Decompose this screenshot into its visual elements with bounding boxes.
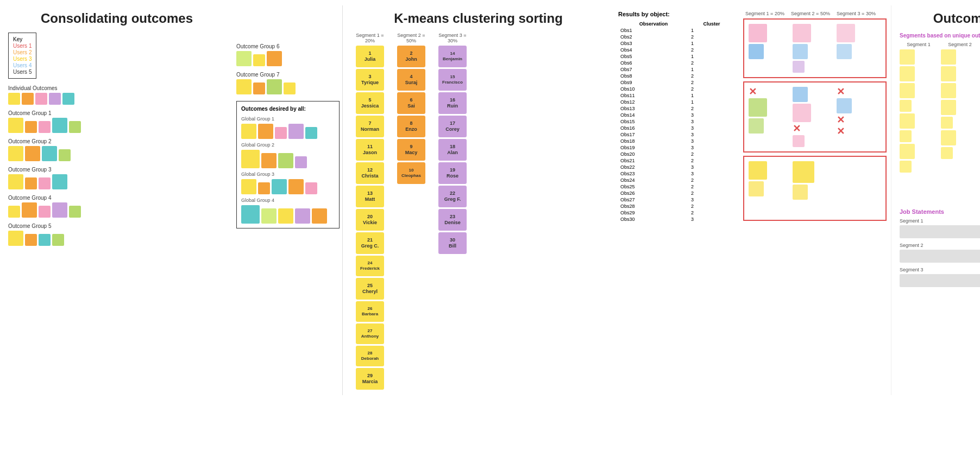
global-group-2-label: Global Group 2 [241, 142, 335, 148]
sticky [267, 79, 282, 94]
person-frederick: 24Frederick [356, 256, 384, 276]
cluster-col-2: Segment 2 = 50% 2John 4Suraj 6Sai 8Enzo … [392, 33, 430, 390]
table-row: Obs102 [618, 86, 734, 92]
table-cell: Obs24 [618, 177, 689, 183]
sticky [241, 179, 256, 194]
sticky [288, 179, 304, 194]
seg2-stickies-box2: ✕ [793, 87, 833, 147]
sticky [278, 153, 293, 168]
sticky [8, 146, 23, 161]
section-results: Results by object: Observation Cluster O… [614, 5, 739, 395]
seg2-label: Segment 2 = 50% [392, 33, 430, 43]
table-cell: Obs14 [618, 112, 689, 118]
sticky [258, 124, 273, 139]
sticky [253, 54, 265, 66]
sticky [793, 161, 814, 183]
global-group-1-label: Global Group 1 [241, 116, 335, 122]
sticky [941, 130, 956, 145]
person-julia: 1Julia [356, 46, 384, 67]
sticky [52, 118, 67, 133]
table-cell: Obs27 [618, 196, 689, 203]
table-cell: Obs8 [618, 73, 689, 79]
table-row: Obs223 [618, 164, 734, 170]
table-cell: Obs19 [618, 144, 689, 151]
table-cell: 1 [689, 53, 734, 60]
sticky [793, 61, 805, 73]
person-matt: 13Matt [356, 186, 384, 207]
table-row: Obs183 [618, 138, 734, 144]
outcome-sticky-cols [900, 49, 980, 200]
sticky [275, 127, 287, 139]
outcome-group-4-label: Outcome Group 4 [8, 195, 225, 201]
table-row: Obs82 [618, 73, 734, 79]
table-cell: Obs1 [618, 27, 689, 34]
x-mark-3: ✕ [837, 87, 845, 97]
table-row: Obs292 [618, 209, 734, 216]
sticky [793, 104, 811, 122]
table-row: Obs252 [618, 183, 734, 190]
sticky [793, 87, 808, 102]
outcome-group-6: Outcome Group 6 [236, 43, 340, 66]
table-row: Obs173 [618, 131, 734, 138]
table-cell: 3 [689, 131, 734, 138]
col-cluster: Cluster [689, 21, 734, 27]
key-label: Key [13, 36, 32, 42]
job-seg2-input[interactable] [900, 250, 980, 263]
person-gregc: 21Greg C. [356, 232, 384, 254]
table-cell: Obs25 [618, 183, 689, 190]
table-cell: 2 [689, 151, 734, 157]
table-cell: 3 [689, 164, 734, 170]
person-deborah: 28Deborah [356, 346, 384, 366]
table-cell: 1 [689, 92, 734, 99]
results-title: Results by object: [618, 11, 734, 17]
table-cell: 2 [689, 105, 734, 112]
outcome-group-7-label: Outcome Group 7 [236, 72, 340, 78]
key-users1: Users 1 [13, 43, 32, 49]
key-box: Key Users 1 Users 2 Users 3 Users 4 User… [8, 33, 36, 79]
col-seg2-label: Segment 2 [941, 42, 979, 47]
segment-box-3 [743, 156, 887, 221]
job-seg3-label: Segment 3 [900, 267, 980, 272]
outcome-seg-header: Segments based on unique outcomes Global… [900, 33, 980, 39]
sticky [39, 206, 51, 218]
table-cell: 3 [689, 144, 734, 151]
table-row: Obs262 [618, 190, 734, 196]
sticky [8, 93, 20, 105]
table-row: Obs163 [618, 125, 734, 131]
results-table: Observation Cluster Obs11Obs22Obs31Obs42… [618, 21, 734, 223]
sticky [305, 127, 317, 139]
sticky [241, 150, 260, 168]
sticky [241, 124, 256, 139]
job-seg3-input[interactable] [900, 274, 980, 287]
sticky [900, 161, 912, 173]
person-denise: 23Denise [438, 209, 467, 231]
seg2-stickies-box1 [793, 24, 833, 73]
person-john: 2John [397, 46, 425, 67]
sticky [900, 49, 915, 65]
person-christa: 12Christa [356, 162, 384, 184]
sticky [49, 93, 61, 105]
seg3-header: Segment 3 = 30% [834, 11, 878, 16]
sticky [69, 121, 81, 133]
table-cell: Obs13 [618, 105, 689, 112]
table-cell: 2 [689, 190, 734, 196]
table-cell: Obs29 [618, 209, 689, 216]
sticky [39, 177, 51, 189]
outcome-group-6-label: Outcome Group 6 [236, 43, 340, 49]
sticky [39, 121, 51, 133]
sticky [261, 153, 277, 168]
sticky [288, 124, 304, 139]
seg3-stickies-box1 [837, 24, 877, 59]
table-row: Obs121 [618, 99, 734, 105]
sticky [42, 146, 57, 161]
col-observation: Observation [618, 21, 689, 27]
table-cell: 3 [689, 125, 734, 131]
table-cell: Obs21 [618, 157, 689, 164]
sticky [749, 161, 767, 180]
seg3-stickies-box2: ✕ ✕ ✕ [837, 87, 877, 136]
person-cleophas: 10Cleophas [397, 162, 425, 184]
section-outcome-segments: Outcome Segments Segments based on uniqu… [891, 5, 980, 395]
job-seg1-input[interactable] [900, 225, 980, 238]
person-alan: 18Alan [438, 139, 467, 161]
table-row: Obs31 [618, 40, 734, 47]
